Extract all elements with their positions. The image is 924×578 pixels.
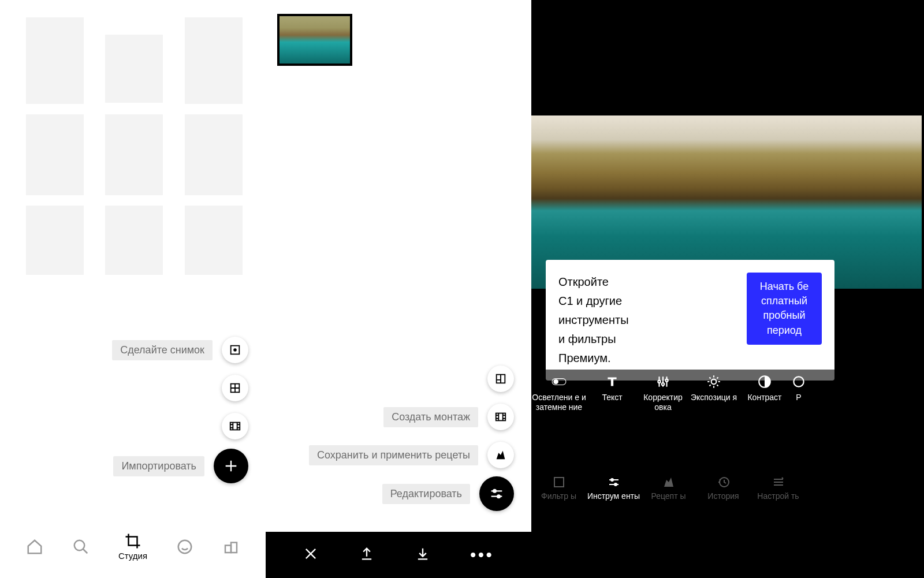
take-photo-label: Сделайте снимок — [112, 340, 213, 360]
svg-rect-9 — [496, 413, 506, 421]
svg-point-1 — [234, 349, 236, 351]
svg-point-16 — [665, 379, 668, 382]
crop-icon — [124, 532, 141, 550]
svg-point-4 — [74, 540, 85, 550]
take-photo-button[interactable] — [222, 337, 248, 363]
start-trial-button[interactable]: Начать бе сплатный пробный период — [747, 273, 822, 345]
grid-placeholder[interactable] — [185, 114, 243, 195]
circle-icon — [791, 374, 806, 389]
nav-spaces[interactable] — [222, 538, 240, 555]
tool-label: Корректир овка — [638, 393, 688, 412]
home-icon — [26, 538, 43, 555]
grid-placeholder[interactable] — [105, 114, 163, 195]
montage-button[interactable] — [487, 404, 514, 430]
collage-button[interactable] — [487, 366, 514, 392]
fab-menu: Создать монтаж Сохранить и применить рец… — [309, 366, 514, 468]
toggle-icon — [552, 374, 567, 389]
import-label: Импортировать — [113, 456, 204, 476]
grid-placeholder[interactable] — [185, 206, 243, 275]
image-thumbnail[interactable] — [277, 14, 352, 66]
bottom-action-bar: ••• — [266, 532, 531, 578]
tool-contrast[interactable]: Контраст — [739, 374, 790, 439]
popup-message: Откройте C1 и другие инструменты и фильт… — [558, 273, 736, 368]
tool-adjust[interactable]: Корректир овка — [638, 374, 688, 439]
tool-next-partial[interactable]: Р — [790, 374, 807, 439]
premium-popup: Откройте C1 и другие инструменты и фильт… — [546, 260, 834, 381]
recipe-icon — [494, 449, 507, 461]
svg-point-17 — [711, 379, 717, 385]
svg-point-21 — [611, 479, 613, 481]
nav-history[interactable]: История — [696, 475, 751, 501]
sun-icon — [706, 374, 721, 389]
svg-rect-6 — [225, 545, 231, 553]
nav-recipes[interactable]: Рецепт ы — [641, 475, 696, 501]
plus-icon — [223, 458, 239, 474]
add-button[interactable] — [214, 449, 248, 483]
nav-filters[interactable]: Фильтр ы — [531, 475, 586, 501]
tool-strip[interactable]: Осветлени е и затемне ние Текст Корректи… — [531, 370, 924, 439]
tool-dodge-burn[interactable]: Осветлени е и затемне ние — [531, 374, 587, 439]
editor-bottom-nav: Фильтр ы Инструм енты Рецепт ы История Н… — [531, 464, 924, 509]
svg-point-10 — [493, 490, 496, 493]
tool-exposure[interactable]: Экспозици я — [688, 374, 739, 439]
svg-point-14 — [658, 381, 660, 383]
svg-rect-3 — [230, 423, 240, 430]
collage-icon — [494, 372, 507, 385]
nav-search[interactable] — [72, 538, 90, 555]
film-icon — [494, 411, 507, 423]
svg-point-22 — [614, 483, 617, 486]
tool-label: Экспозици я — [691, 393, 737, 402]
download-button[interactable] — [415, 546, 431, 564]
nav-studio[interactable]: Студия — [118, 532, 147, 561]
montage-button[interactable] — [222, 413, 248, 439]
history-icon — [717, 475, 731, 489]
popup-line: и фильтры — [558, 330, 736, 349]
grid-small-icon — [222, 538, 240, 555]
nav-settings[interactable]: Настрой ть — [751, 475, 806, 501]
grid-placeholder[interactable] — [26, 114, 84, 195]
text-icon — [605, 374, 620, 389]
share-button[interactable] — [359, 546, 375, 564]
svg-point-15 — [662, 383, 664, 385]
studio-screen: Сделайте снимок Импортировать — [0, 0, 266, 578]
tool-label: Контраст — [747, 393, 781, 402]
grid-placeholder[interactable] — [26, 17, 84, 104]
popup-line: Премиум. — [558, 349, 736, 368]
tool-label: Текст — [602, 393, 622, 402]
create-montage-label: Создать монтаж — [383, 407, 478, 427]
tool-label: Р — [796, 393, 801, 402]
grid-placeholder[interactable] — [105, 206, 163, 275]
svg-rect-7 — [231, 542, 237, 553]
svg-rect-20 — [554, 478, 564, 487]
svg-point-13 — [553, 379, 558, 385]
save-recipes-label: Сохранить и применить рецеты — [309, 445, 478, 465]
edit-button[interactable] — [479, 476, 514, 511]
edit-options-screen: Создать монтаж Сохранить и применить рец… — [266, 0, 531, 578]
search-icon — [72, 538, 90, 555]
grid-placeholder[interactable] — [185, 17, 243, 104]
tool-text[interactable]: Текст — [587, 374, 638, 439]
camera-icon — [229, 344, 241, 356]
svg-point-5 — [178, 540, 192, 553]
contrast-icon — [757, 374, 772, 389]
recipes-button[interactable] — [487, 442, 514, 468]
svg-point-11 — [497, 495, 500, 498]
grid-placeholder[interactable] — [105, 35, 163, 103]
fab-menu: Сделайте снимок — [112, 337, 248, 439]
collage-button[interactable] — [222, 375, 248, 401]
more-button[interactable]: ••• — [470, 546, 494, 564]
close-button[interactable] — [303, 546, 319, 564]
recipe-icon — [662, 475, 676, 489]
adjust-icon — [655, 374, 670, 389]
collage-icon — [229, 382, 241, 394]
filters-icon — [552, 475, 566, 489]
photo-grid — [26, 17, 245, 275]
download-icon — [415, 546, 431, 562]
nav-profile[interactable] — [176, 538, 193, 555]
list-icon — [772, 475, 785, 489]
upload-icon — [359, 546, 375, 562]
sliders-icon — [489, 486, 505, 502]
nav-home[interactable] — [26, 538, 43, 555]
grid-placeholder[interactable] — [26, 206, 84, 275]
nav-tools[interactable]: Инструм енты — [586, 475, 641, 501]
